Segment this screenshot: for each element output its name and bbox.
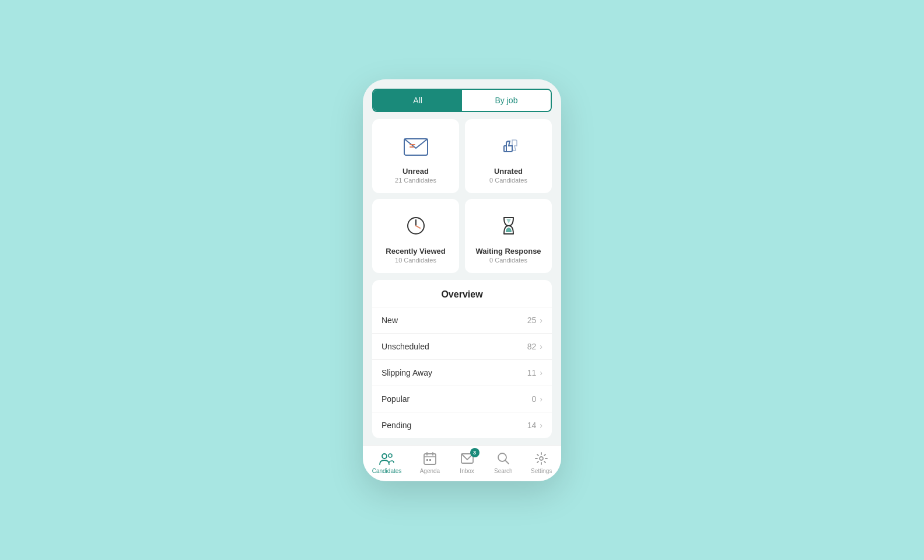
bottom-nav: Candidates Agenda 3 xyxy=(363,445,561,481)
card-recently-viewed-title: Recently Viewed xyxy=(386,247,445,256)
nav-candidates-label: Candidates xyxy=(372,468,402,474)
chevron-right-icon-unscheduled: › xyxy=(540,342,542,351)
overview-item-unscheduled[interactable]: Unscheduled 82 › xyxy=(372,333,552,359)
overview-title: Overview xyxy=(372,289,552,300)
card-unrated-title: Unrated xyxy=(494,167,523,176)
envelope-icon xyxy=(401,131,431,161)
chevron-right-icon-popular: › xyxy=(540,394,542,404)
overview-count-new: 25 xyxy=(527,316,537,325)
nav-settings-label: Settings xyxy=(531,468,552,474)
svg-marker-9 xyxy=(506,219,511,223)
tab-all[interactable]: All xyxy=(373,90,462,111)
svg-point-10 xyxy=(382,454,387,459)
inbox-badge: 3 xyxy=(470,448,480,457)
chevron-right-icon-new: › xyxy=(540,316,542,325)
card-recently-viewed-subtitle: 10 Candidates xyxy=(395,257,436,264)
tab-by-job[interactable]: By job xyxy=(462,90,551,111)
svg-line-6 xyxy=(416,226,420,228)
svg-rect-16 xyxy=(426,459,428,461)
card-waiting-response-title: Waiting Response xyxy=(475,247,541,256)
overview-label-new: New xyxy=(382,316,398,325)
nav-agenda-label: Agenda xyxy=(420,468,440,474)
settings-icon xyxy=(533,450,550,467)
overview-section: Overview New 25 › Unscheduled 82 › Slipp… xyxy=(372,280,552,438)
nav-settings[interactable]: Settings xyxy=(531,450,552,474)
nav-candidates[interactable]: Candidates xyxy=(372,450,402,474)
nav-inbox-label: Inbox xyxy=(460,468,474,474)
main-content: All By job Unread 21 Candidates xyxy=(363,79,561,445)
inbox-icon: 3 xyxy=(459,450,476,467)
overview-right-unscheduled: 82 › xyxy=(527,342,542,351)
overview-label-unscheduled: Unscheduled xyxy=(382,342,429,351)
card-recently-viewed[interactable]: Recently Viewed 10 Candidates xyxy=(372,199,459,273)
clock-icon xyxy=(401,211,431,241)
candidates-icon xyxy=(378,450,396,467)
overview-item-pending[interactable]: Pending 14 › xyxy=(372,412,552,438)
svg-rect-17 xyxy=(429,459,431,461)
thumbs-icon xyxy=(494,131,524,161)
cards-grid: Unread 21 Candidates Unrated 0 Candidate… xyxy=(363,119,561,273)
overview-right-slipping-away: 11 › xyxy=(527,368,542,377)
overview-label-pending: Pending xyxy=(382,421,411,430)
card-waiting-response-subtitle: 0 Candidates xyxy=(489,257,527,264)
overview-label-slipping-away: Slipping Away xyxy=(382,368,432,377)
svg-rect-3 xyxy=(504,146,506,152)
chevron-right-icon-pending: › xyxy=(540,421,542,430)
svg-line-20 xyxy=(505,460,509,464)
overview-count-unscheduled: 82 xyxy=(527,342,537,351)
nav-agenda[interactable]: Agenda xyxy=(420,450,440,474)
overview-count-popular: 0 xyxy=(532,394,537,404)
card-waiting-response[interactable]: Waiting Response 0 Candidates xyxy=(465,199,552,273)
card-unrated-subtitle: 0 Candidates xyxy=(489,177,527,184)
top-tab-bar: All By job xyxy=(372,89,552,112)
svg-point-11 xyxy=(388,454,392,457)
nav-inbox[interactable]: 3 Inbox xyxy=(459,450,476,474)
overview-item-new[interactable]: New 25 › xyxy=(372,307,552,333)
overview-item-popular[interactable]: Popular 0 › xyxy=(372,386,552,412)
chevron-right-icon-slipping-away: › xyxy=(540,368,542,377)
overview-count-slipping-away: 11 xyxy=(527,368,537,377)
nav-search-label: Search xyxy=(494,468,513,474)
overview-label-popular: Popular xyxy=(382,394,410,404)
search-icon xyxy=(495,450,512,467)
card-unrated[interactable]: Unrated 0 Candidates xyxy=(465,119,552,193)
agenda-icon xyxy=(421,450,439,467)
overview-count-pending: 14 xyxy=(527,421,537,430)
phone-container: All By job Unread 21 Candidates xyxy=(363,79,561,481)
overview-right-pending: 14 › xyxy=(527,421,542,430)
overview-item-slipping-away[interactable]: Slipping Away 11 › xyxy=(372,359,552,386)
card-unread-subtitle: 21 Candidates xyxy=(395,177,436,184)
card-unread[interactable]: Unread 21 Candidates xyxy=(372,119,459,193)
card-unread-title: Unread xyxy=(402,167,429,176)
overview-right-new: 25 › xyxy=(527,316,542,325)
nav-search[interactable]: Search xyxy=(494,450,513,474)
hourglass-icon xyxy=(494,211,524,241)
overview-right-popular: 0 › xyxy=(532,394,542,404)
svg-point-21 xyxy=(540,457,543,460)
